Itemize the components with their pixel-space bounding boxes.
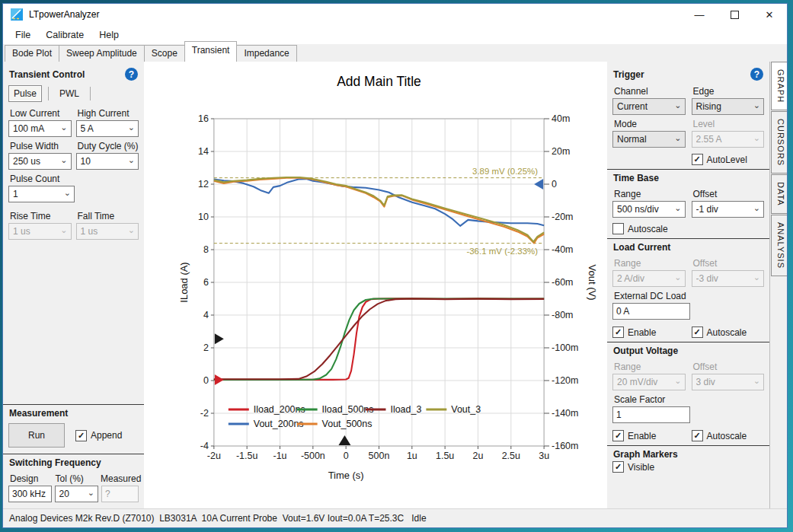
external-dc-load-input[interactable]: 0 A <box>612 303 690 320</box>
chevron-down-icon: ⌄ <box>673 135 683 144</box>
append-checkbox[interactable]: ✓ Append <box>75 430 122 441</box>
svg-text:-40m: -40m <box>552 244 573 255</box>
autolevel-checkbox[interactable]: ✓ AutoLevel <box>692 154 765 165</box>
chevron-down-icon: ⌄ <box>126 157 136 166</box>
pulse-pwl-tabs: Pulse PWL <box>8 84 144 103</box>
timebase-range-label: Range <box>612 185 686 201</box>
outputvoltage-enable-checkbox[interactable]: ✓ Enable <box>612 430 686 441</box>
svg-text:-4: -4 <box>200 441 209 451</box>
loadcurrent-autoscale-checkbox[interactable]: ✓ Autoscale <box>692 327 765 338</box>
channel-label: Channel <box>612 82 686 98</box>
markers-visible-checkbox[interactable]: ✓ Visible <box>612 461 654 473</box>
tab-pulse[interactable]: Pulse <box>8 85 42 102</box>
maximize-button[interactable] <box>717 4 752 25</box>
svg-text:-500n: -500n <box>301 451 325 461</box>
chevron-down-icon: ⌄ <box>752 274 762 283</box>
svg-text:6: 6 <box>203 277 209 288</box>
graph-markers-header: Graph Markers <box>613 449 678 460</box>
chevron-down-icon: ⌄ <box>673 377 683 387</box>
chevron-down-icon: ⌄ <box>752 102 762 111</box>
output-voltage-header: Output Voltage <box>613 346 678 356</box>
loadcurrent-range-label: Range <box>612 254 686 270</box>
side-tab-data[interactable]: DATA <box>771 174 787 214</box>
menu-help[interactable]: Help <box>91 27 126 43</box>
design-label: Design <box>8 470 51 486</box>
tab-pwl[interactable]: PWL <box>55 86 84 101</box>
help-icon[interactable]: ? <box>125 68 138 81</box>
run-button[interactable]: Run <box>8 423 65 448</box>
pulse-count-select[interactable]: 1⌄ <box>8 186 75 202</box>
svg-text:-60m: -60m <box>552 277 573 288</box>
help-icon[interactable]: ? <box>750 68 763 81</box>
tol-select[interactable]: 20⌄ <box>55 486 98 502</box>
tab-bode-plot[interactable]: Bode Plot <box>5 45 59 62</box>
trigger-mode-select[interactable]: Normal⌄ <box>612 131 686 148</box>
edge-label: Edge <box>692 82 765 98</box>
svg-text:3.89 mV (0.25%): 3.89 mV (0.25%) <box>472 167 538 176</box>
svg-text:8: 8 <box>203 244 209 255</box>
svg-text:4: 4 <box>203 310 209 320</box>
checkbox-checked-icon: ✓ <box>692 430 703 441</box>
loadcurrent-enable-checkbox[interactable]: ✓ Enable <box>612 327 686 338</box>
svg-text:-120m: -120m <box>552 375 578 386</box>
trigger-level-select: 2.55 A⌄ <box>692 131 765 148</box>
chevron-down-icon: ⌄ <box>59 157 69 166</box>
trigger-edge-select[interactable]: Rising⌄ <box>692 98 765 115</box>
side-tab-strip: GRAPH CURSORS DATA ANALYSIS <box>769 62 787 508</box>
checkbox-checked-icon: ✓ <box>692 327 703 338</box>
fall-time-select: 1 us⌄ <box>76 223 139 240</box>
minimize-button[interactable]: — <box>682 4 717 25</box>
main-tab-strip: Bode Plot Sweep Amplitude Scope Transien… <box>3 44 787 62</box>
tab-impedance[interactable]: Impedance <box>236 45 296 62</box>
svg-text:Iload_3: Iload_3 <box>390 404 421 415</box>
rise-time-select: 1 us⌄ <box>8 223 72 240</box>
menu-calibrate[interactable]: Calibrate <box>38 27 91 43</box>
svg-text:2.5u: 2.5u <box>502 451 520 461</box>
side-tab-analysis[interactable]: ANALYSIS <box>771 215 787 276</box>
chevron-down-icon: ⌄ <box>752 205 762 214</box>
chevron-down-icon: ⌄ <box>752 377 762 387</box>
chevron-down-icon: ⌄ <box>126 227 136 236</box>
tab-transient[interactable]: Transient <box>184 41 238 62</box>
transient-control-header: Transient Control <box>9 69 85 80</box>
pulse-width-label: Pulse Width <box>8 137 72 153</box>
outputvoltage-autoscale-checkbox[interactable]: ✓ Autoscale <box>692 430 765 441</box>
duty-cycle-select[interactable]: 10⌄ <box>76 153 139 170</box>
divider <box>90 87 91 100</box>
status-bar: Analog Devices M2k Rev.D (Z7010) LB3031A… <box>3 508 787 527</box>
menu-file[interactable]: File <box>8 27 38 43</box>
svg-text:-2: -2 <box>200 408 209 419</box>
checkbox-checked-icon: ✓ <box>692 154 703 165</box>
outputvoltage-offset-select: 3 div⌄ <box>692 374 765 390</box>
svg-text:-100m: -100m <box>552 342 578 353</box>
chevron-down-icon: ⌄ <box>86 489 96 499</box>
chevron-down-icon: ⌄ <box>752 135 762 144</box>
chevron-down-icon: ⌄ <box>126 124 136 133</box>
tab-scope[interactable]: Scope <box>144 45 185 62</box>
timebase-autoscale-checkbox[interactable]: Autoscale <box>612 223 687 234</box>
svg-text:-36.1 mV (-2.33%): -36.1 mV (-2.33%) <box>466 247 538 256</box>
tab-sweep-amplitude[interactable]: Sweep Amplitude <box>59 45 145 62</box>
tol-label: Tol (%) <box>54 470 97 486</box>
side-tab-graph[interactable]: GRAPH <box>771 62 787 110</box>
side-tab-cursors[interactable]: CURSORS <box>771 111 787 174</box>
close-button[interactable]: ✕ <box>752 4 787 25</box>
checkbox-checked-icon: ✓ <box>612 430 624 441</box>
timebase-offset-select[interactable]: -1 div⌄ <box>692 201 765 218</box>
time-base-header: Time Base <box>613 173 659 183</box>
divider <box>48 87 49 100</box>
outputvoltage-offset-label: Offset <box>692 358 765 374</box>
load-current-header: Load Current <box>613 242 670 253</box>
fall-time-label: Fall Time <box>76 207 139 223</box>
transient-chart[interactable]: 3.89 mV (0.25%)-36.1 mV (-2.33%)1640m142… <box>144 62 607 508</box>
level-label: Level <box>692 115 765 131</box>
chevron-down-icon: ⌄ <box>673 205 683 214</box>
title-bar: LTpowerAnalyzer — ✕ <box>3 4 787 25</box>
trigger-channel-select[interactable]: Current⌄ <box>612 98 686 115</box>
design-input[interactable]: 300 kHz <box>8 486 52 502</box>
scale-factor-input[interactable]: 1 <box>612 406 690 423</box>
low-current-select[interactable]: 100 mA⌄ <box>8 120 72 137</box>
timebase-range-select[interactable]: 500 ns/div⌄ <box>612 201 686 218</box>
pulse-width-select[interactable]: 250 us⌄ <box>8 153 72 170</box>
high-current-select[interactable]: 5 A⌄ <box>76 120 139 137</box>
